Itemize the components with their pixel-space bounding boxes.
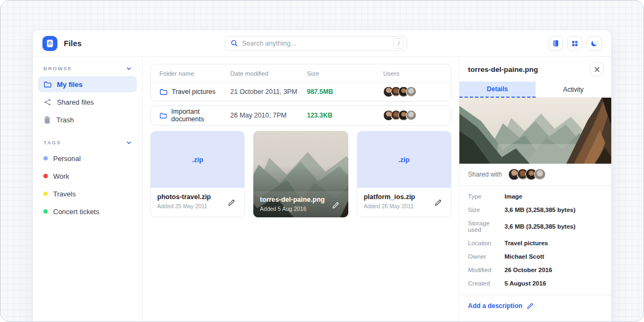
- tag-color-dot: [43, 209, 48, 214]
- file-search-icon: [46, 39, 54, 48]
- detail-row-owner: Owner Michael Scott: [468, 250, 603, 263]
- tags-label: TAGS: [43, 140, 61, 145]
- moon-icon: [590, 40, 598, 47]
- users-avatars: [383, 86, 442, 97]
- folder-name: Travel pictures: [172, 88, 216, 96]
- dark-mode-button[interactable]: [587, 36, 602, 51]
- column-header-users: Users: [383, 70, 442, 77]
- file-name: platform_ios.zip: [364, 193, 415, 201]
- tag-item-personal[interactable]: Personal: [38, 150, 137, 166]
- tag-item-work[interactable]: Work: [38, 168, 137, 184]
- main-content: Folder name Date modified Size Users Tra…: [143, 57, 459, 322]
- file-added-date: Added 26 May 2011: [364, 203, 415, 209]
- tag-label: Travels: [53, 190, 76, 198]
- apps-grid-button[interactable]: [567, 36, 582, 51]
- tag-color-dot: [43, 174, 48, 178]
- file-added-date: Added 5 Aug 2016: [260, 206, 325, 212]
- users-avatars: [383, 110, 442, 121]
- sidebar-item-my-files[interactable]: My files: [38, 76, 137, 92]
- file-card-torres-del-paine[interactable]: torres-del-paine.png Added 5 Aug 2016: [253, 131, 348, 217]
- tags-section-header[interactable]: TAGS: [38, 138, 137, 150]
- sidebar-item-label: Trash: [56, 116, 74, 124]
- search-placeholder: Search anything...: [242, 40, 389, 47]
- details-panel: torres-del-paine.png Details Activity: [459, 57, 611, 322]
- browse-label: BROWSE: [43, 65, 72, 71]
- column-header-date-modified: Date modified: [230, 70, 307, 77]
- folders-table: Folder name Date modified Size Users Tra…: [150, 64, 451, 101]
- desktop-background: Files Search anything... /: [0, 0, 644, 322]
- rename-file-button[interactable]: [225, 196, 238, 210]
- avatar: [534, 169, 546, 180]
- shared-avatars: [508, 169, 546, 180]
- sidebar-item-label: Shared files: [57, 98, 94, 106]
- tag-color-dot: [43, 156, 48, 160]
- table-header-row: Folder name Date modified Size Users: [151, 64, 451, 83]
- tag-label: Work: [53, 172, 69, 180]
- folders-table-row-card: Important documents 26 May 2010, 7PM 123…: [150, 105, 451, 126]
- grid-icon: [571, 40, 579, 47]
- folder-icon: [159, 112, 167, 120]
- detail-row-size: Size 3,6 MB (3,258,385 bytes): [468, 203, 603, 216]
- table-row-travel-pictures[interactable]: Travel pictures 21 October 2011, 3PM 987…: [151, 83, 451, 101]
- book-icon: [552, 39, 560, 47]
- detail-row-created: Created 5 August 2016: [468, 276, 603, 290]
- column-header-folder-name: Folder name: [159, 70, 230, 77]
- avatar: [406, 86, 416, 97]
- app-logo[interactable]: [42, 36, 57, 51]
- date-modified: 26 May 2010, 7PM: [230, 112, 307, 119]
- table-row-important-documents[interactable]: Important documents 26 May 2010, 7PM 123…: [151, 106, 451, 125]
- panel-tabs: Details Activity: [459, 82, 611, 98]
- tab-activity[interactable]: Activity: [536, 82, 612, 98]
- file-cards-row: .zip photos-travel.zip Added 25 May 2011: [150, 131, 451, 217]
- date-modified: 21 October 2011, 3PM: [230, 88, 307, 96]
- files-app-window: Files Search anything... /: [32, 30, 612, 322]
- folder-name: Important documents: [171, 108, 230, 123]
- pencil-icon: [434, 199, 442, 207]
- close-panel-button[interactable]: [590, 62, 604, 76]
- sidebar-item-label: My files: [57, 80, 83, 89]
- folder-icon: [159, 88, 167, 96]
- pencil-icon: [332, 201, 340, 209]
- file-name: photos-travel.zip: [157, 193, 211, 201]
- pencil-icon: [228, 199, 236, 207]
- file-details-list: Type Image Size 3,6 MB (3,258,385 bytes)…: [459, 186, 611, 295]
- tag-item-concert-tickets[interactable]: Concert tickets: [38, 203, 137, 219]
- avatar: [406, 110, 416, 121]
- add-description-button[interactable]: Add a description: [459, 295, 611, 317]
- zip-preview: .zip: [357, 131, 451, 188]
- zip-badge: .zip: [398, 156, 409, 164]
- trash-icon: [43, 116, 51, 124]
- detail-row-location: Location Travel pictures: [468, 236, 603, 250]
- rename-file-button[interactable]: [330, 199, 342, 213]
- detail-row-storage-used: Storage used 3,6 MB (3,258,385 bytes): [468, 216, 603, 236]
- shared-with-label: Shared with: [468, 171, 502, 178]
- tag-label: Personal: [53, 155, 80, 163]
- sidebar-item-shared-files[interactable]: Shared files: [38, 94, 137, 110]
- column-header-size: Size: [307, 70, 383, 77]
- sidebar-item-trash[interactable]: Trash: [38, 112, 137, 128]
- file-preview[interactable]: [459, 98, 611, 164]
- zip-preview: .zip: [151, 131, 244, 188]
- pencil-icon: [526, 302, 534, 310]
- folder-size: 987.5MB: [307, 88, 383, 96]
- share-icon: [43, 98, 52, 106]
- file-card-platform-ios[interactable]: .zip platform_ios.zip Added 26 May 2011: [357, 131, 451, 217]
- tab-details[interactable]: Details: [459, 82, 536, 98]
- browse-section-header[interactable]: BROWSE: [38, 64, 137, 76]
- chevron-down-icon: [126, 66, 131, 71]
- rename-file-button[interactable]: [432, 196, 444, 210]
- reading-list-button[interactable]: [548, 36, 563, 51]
- file-card-photos-travel[interactable]: .zip photos-travel.zip Added 25 May 2011: [150, 131, 245, 217]
- file-name: torres-del-paine.png: [260, 196, 325, 203]
- detail-row-type: Type Image: [468, 189, 603, 203]
- search-shortcut-badge: /: [393, 38, 404, 49]
- search-input[interactable]: Search anything... /: [225, 36, 407, 51]
- tag-color-dot: [43, 192, 48, 196]
- page-title: Files: [64, 39, 82, 48]
- tag-item-travels[interactable]: Travels: [38, 186, 137, 202]
- folder-icon: [43, 80, 52, 89]
- panel-title: torres-del-paine.png: [468, 65, 538, 74]
- sidebar: BROWSE My files: [33, 57, 143, 322]
- detail-row-modified: Modified 26 October 2016: [468, 263, 603, 276]
- folder-size: 123.3KB: [307, 112, 383, 119]
